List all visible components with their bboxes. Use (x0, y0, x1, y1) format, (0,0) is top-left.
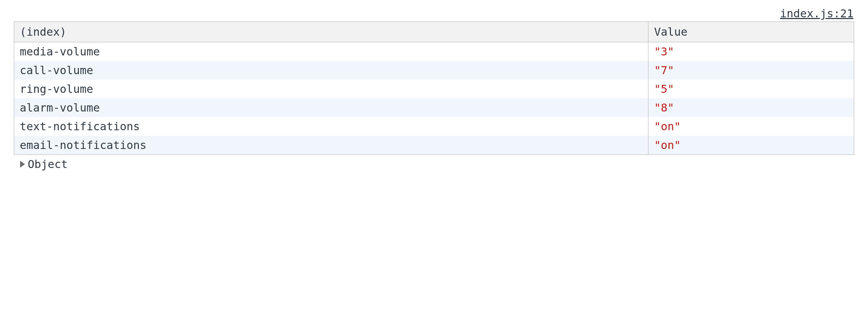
table-row[interactable]: email-notifications "on" (14, 136, 854, 155)
object-expand-toggle[interactable]: Object (14, 158, 854, 171)
table-cell-value: "on" (648, 117, 854, 136)
column-header-index[interactable]: (index) (14, 22, 648, 42)
table-cell-key: email-notifications (14, 136, 648, 155)
object-label: Object (28, 158, 68, 171)
table-cell-value: "8" (648, 98, 854, 117)
table-cell-key: call-volume (14, 61, 648, 80)
table-row[interactable]: media-volume "3" (14, 42, 854, 61)
table-header-row: (index) Value (14, 22, 854, 42)
source-link[interactable]: index.js:21 (780, 7, 853, 20)
table-cell-value: "5" (648, 80, 854, 98)
source-link-container: index.js:21 (14, 7, 854, 20)
table-cell-value: "3" (648, 42, 854, 61)
table-row[interactable]: call-volume "7" (14, 61, 854, 80)
table-cell-key: media-volume (14, 42, 648, 61)
table-cell-value: "on" (648, 136, 854, 155)
table-body: media-volume "3" call-volume "7" ring-vo… (14, 42, 854, 155)
console-table: (index) Value media-volume "3" call-volu… (14, 21, 854, 155)
table-cell-value: "7" (648, 61, 854, 80)
table-row[interactable]: ring-volume "5" (14, 80, 854, 98)
table-row[interactable]: alarm-volume "8" (14, 98, 854, 117)
triangle-right-icon (20, 161, 25, 168)
column-header-value[interactable]: Value (648, 22, 854, 42)
table-row[interactable]: text-notifications "on" (14, 117, 854, 136)
table-cell-key: alarm-volume (14, 98, 648, 117)
table-cell-key: ring-volume (14, 80, 648, 98)
table-cell-key: text-notifications (14, 117, 648, 136)
